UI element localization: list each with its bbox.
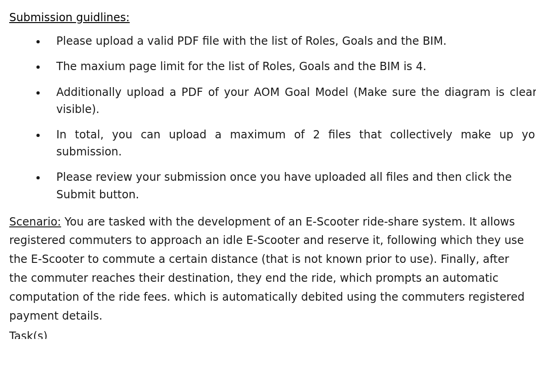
submission-guidelines-heading: Submission guidlines: xyxy=(9,9,536,26)
scenario-body: You are tasked with the development of a… xyxy=(9,215,524,322)
list-item: Additionally upload a PDF of your AOM Go… xyxy=(46,84,536,118)
list-item: In total, you can upload a maximum of 2 … xyxy=(46,126,536,160)
list-item: Please upload a valid PDF file with the … xyxy=(46,33,536,50)
scenario-paragraph: Scenario: You are tasked with the develo… xyxy=(9,213,528,326)
scenario-label: Scenario: xyxy=(9,215,61,228)
list-item: Please review your submission once you h… xyxy=(46,169,536,203)
guidelines-list: Please upload a valid PDF file with the … xyxy=(9,33,536,203)
task-heading-stub: Task(s) xyxy=(9,331,536,339)
list-item: The maxium page limit for the list of Ro… xyxy=(46,58,536,75)
